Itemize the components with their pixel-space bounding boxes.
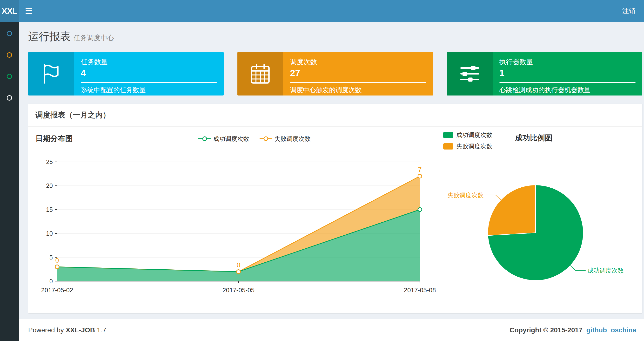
info-box-executors: 执行器数量 1 心跳检测成功的执行器机器数量 — [447, 52, 642, 96]
svg-text:0: 0 — [237, 261, 240, 269]
calendar-icon — [249, 62, 272, 85]
svg-text:7: 7 — [418, 166, 422, 173]
page-title: 运行报表任务调度中心 — [28, 30, 642, 44]
info-box-progress-bar — [81, 82, 217, 83]
legend-marker-icon — [259, 136, 272, 142]
legend-item-fail[interactable]: 失败调度次数 — [259, 135, 311, 143]
app-logo[interactable]: XXL — [0, 0, 19, 22]
info-box-executors-content: 执行器数量 1 心跳检测成功的执行器机器数量 — [493, 52, 642, 96]
footer-right: Copyright © 2015-2017 github oschina — [510, 326, 636, 334]
panel-body: 日期分布图 成功调度次数失败调度次数 05101520250072017-05-… — [28, 127, 642, 313]
legend-swatch — [443, 132, 453, 138]
sliders-icon — [458, 62, 481, 85]
report-panel: 调度报表（一月之内） 日期分布图 成功调度次数失败调度次数 0510152025… — [28, 104, 642, 313]
svg-text:25: 25 — [46, 158, 53, 165]
svg-text:0: 0 — [55, 257, 59, 264]
legend-label: 成功调度次数 — [456, 131, 492, 139]
info-box-jobs-content: 任务数量 4 系统中配置的任务数量 — [74, 52, 224, 96]
svg-text:20: 20 — [46, 182, 53, 189]
top-navbar: XXL 注销 — [0, 0, 644, 22]
app-logo-bold: XX — [2, 6, 12, 16]
pie-chart-title: 成功比例图 — [515, 133, 552, 143]
date-distribution-chart: 日期分布图 成功调度次数失败调度次数 05101520250072017-05-… — [36, 130, 436, 307]
page-header: 运行报表任务调度中心 — [19, 22, 644, 44]
svg-text:2017-05-02: 2017-05-02 — [41, 286, 73, 294]
info-box-label: 任务数量 — [81, 57, 217, 67]
page-title-text: 运行报表 — [28, 30, 70, 42]
info-box-label: 执行器数量 — [500, 57, 636, 67]
legend-item-fail[interactable]: 失败调度次数 — [443, 142, 492, 150]
panel-title: 调度报表（一月之内） — [28, 104, 642, 127]
info-box-label: 调度次数 — [290, 57, 426, 67]
legend-swatch — [443, 143, 453, 150]
legend-label: 失败调度次数 — [456, 142, 492, 150]
pie-chart-legend: 成功调度次数失败调度次数 — [443, 131, 492, 150]
info-box-triggers: 调度次数 27 调度中心触发的调度次数 — [238, 52, 433, 96]
info-box-jobs: 任务数量 4 系统中配置的任务数量 — [28, 52, 224, 96]
sidebar-item-4-icon[interactable] — [7, 95, 12, 101]
line-chart-title: 日期分布图 — [36, 134, 73, 144]
github-link[interactable]: github — [586, 326, 607, 334]
line-chart-header: 日期分布图 成功调度次数失败调度次数 — [36, 130, 436, 147]
svg-text:成功调度次数: 成功调度次数 — [588, 267, 624, 274]
info-box-value: 27 — [290, 68, 426, 78]
info-box-progress-bar — [290, 82, 426, 83]
sidebar — [0, 22, 19, 341]
success-ratio-pie-chart: 成功调度次数失败调度次数 成功比例图 成功调度次数失败调度次数 — [436, 130, 635, 307]
legend-item-success[interactable]: 成功调度次数 — [443, 131, 492, 139]
flag-icon — [40, 62, 63, 85]
sidebar-toggle-button[interactable] — [19, 0, 39, 22]
svg-text:失败调度次数: 失败调度次数 — [447, 192, 484, 198]
stat-boxes-row: 任务数量 4 系统中配置的任务数量 — [28, 52, 642, 96]
svg-text:5: 5 — [50, 254, 53, 261]
version-text: 1.7 — [97, 326, 106, 334]
sidebar-menu — [7, 31, 12, 117]
legend-marker-icon — [198, 136, 211, 142]
powered-by-text: Powered by XXL-JOB 1.7 — [28, 326, 106, 334]
svg-text:15: 15 — [46, 206, 53, 213]
line-chart-legend: 成功调度次数失败调度次数 — [73, 135, 436, 143]
pie-chart-canvas: 成功调度次数失败调度次数 — [443, 153, 633, 307]
info-box-jobs-icon-area — [28, 52, 74, 96]
sidebar-item-2-icon[interactable] — [7, 52, 12, 58]
svg-text:2017-05-08: 2017-05-08 — [404, 286, 436, 294]
svg-text:2017-05-05: 2017-05-05 — [222, 286, 254, 294]
page-subtitle: 任务调度中心 — [74, 34, 114, 42]
info-box-value: 1 — [500, 68, 636, 78]
copyright-text: Copyright © 2015-2017 — [510, 326, 582, 334]
hamburger-icon — [26, 8, 32, 14]
sidebar-item-1-icon[interactable] — [7, 31, 12, 36]
info-box-triggers-content: 调度次数 27 调度中心触发的调度次数 — [283, 52, 433, 96]
logout-link[interactable]: 注销 — [614, 0, 644, 22]
content-area: 运行报表任务调度中心 任务数量 4 系统中配置的任务数量 — [19, 22, 644, 341]
oschina-link[interactable]: oschina — [611, 326, 636, 334]
info-box-progress-bar — [500, 82, 636, 83]
legend-item-success[interactable]: 成功调度次数 — [198, 135, 250, 143]
sidebar-item-3-icon[interactable] — [7, 74, 12, 79]
brand-name: XXL-JOB — [66, 326, 95, 334]
svg-text:10: 10 — [46, 230, 53, 237]
app-logo-light: L — [12, 6, 17, 16]
line-chart-canvas: 05101520250072017-05-022017-05-052017-05… — [36, 147, 436, 299]
legend-label: 失败调度次数 — [274, 135, 311, 143]
info-box-executors-icon-area — [447, 52, 493, 96]
info-box-triggers-icon-area — [238, 52, 283, 96]
info-box-description: 心跳检测成功的执行器机器数量 — [500, 86, 636, 94]
info-box-value: 4 — [81, 68, 217, 78]
powered-prefix: Powered by — [28, 326, 64, 334]
info-box-description: 调度中心触发的调度次数 — [290, 86, 426, 94]
footer: Powered by XXL-JOB 1.7 Copyright © 2015-… — [19, 319, 644, 341]
legend-label: 成功调度次数 — [213, 135, 250, 143]
info-box-description: 系统中配置的任务数量 — [81, 86, 217, 94]
svg-text:0: 0 — [50, 278, 53, 284]
